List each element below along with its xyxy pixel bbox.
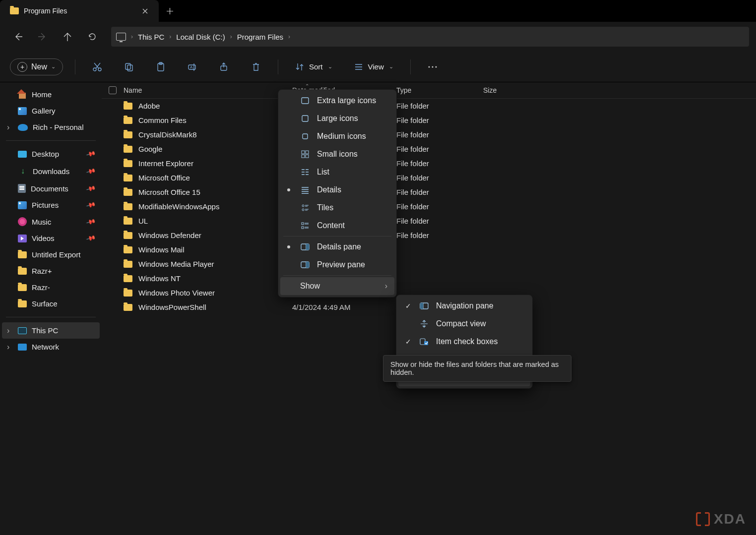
chevron-right-icon[interactable]: ›: [288, 33, 290, 40]
menu-label: Content: [317, 221, 345, 230]
folder-row[interactable]: Common FilesFile folder: [102, 113, 756, 127]
separator: [278, 59, 278, 74]
breadcrumb-this-pc[interactable]: This PC: [138, 33, 164, 41]
view-option-medium-icons[interactable]: Medium icons: [280, 127, 394, 145]
sidebar-item-razr-[interactable]: Razr-: [2, 279, 100, 296]
svg-point-10: [432, 66, 433, 67]
svg-rect-15: [302, 151, 305, 154]
view-option-content[interactable]: Content: [280, 217, 394, 235]
view-option-large-icons[interactable]: Large icons: [280, 110, 394, 127]
menu-label: Compact view: [436, 319, 486, 328]
folder-row[interactable]: AdobeFile folder: [102, 99, 756, 113]
sidebar-item-pictures[interactable]: Pictures📌: [2, 197, 100, 213]
md-icon: [300, 133, 310, 140]
view-option-tiles[interactable]: Tiles: [280, 199, 394, 217]
folder-icon: [124, 103, 132, 110]
breadcrumb-program-files[interactable]: Program Files: [237, 33, 283, 41]
chevron-right-icon[interactable]: ›: [169, 33, 171, 40]
folder-icon: [124, 146, 132, 153]
up-button[interactable]: [57, 26, 78, 48]
column-type[interactable]: Type: [396, 86, 483, 94]
view-pane-preview-pane[interactable]: Preview pane: [280, 256, 394, 274]
fold-icon: [18, 300, 27, 307]
address-bar[interactable]: › This PC › Local Disk (C:) › Program Fi…: [111, 27, 749, 47]
more-button[interactable]: [423, 57, 442, 77]
sidebar-item-documents[interactable]: Documents📌: [2, 180, 100, 197]
column-size[interactable]: Size: [483, 86, 749, 94]
folder-icon: [124, 175, 132, 181]
new-button[interactable]: + New ⌄: [10, 59, 63, 75]
folder-row[interactable]: Internet ExplorerFile folder: [102, 156, 756, 171]
chevron-right-icon[interactable]: ›: [230, 33, 232, 40]
sidebar-item-rich-personal[interactable]: Rich - Personal: [2, 119, 100, 135]
folder-row[interactable]: Microsoft Office 15File folder: [102, 185, 756, 199]
view-option-extra-large-icons[interactable]: Extra large icons: [280, 92, 394, 110]
sidebar-item-this-pc[interactable]: This PC: [2, 322, 100, 339]
sidebar-item-surface[interactable]: Surface: [2, 296, 100, 312]
folder-row[interactable]: CrystalDiskMark8File folder: [102, 127, 756, 142]
net-icon: [18, 344, 27, 351]
paste-button[interactable]: [151, 57, 171, 77]
list-icon: [300, 168, 310, 176]
menu-label: Tiles: [317, 203, 333, 212]
sidebar-item-label: Rich - Personal: [33, 123, 84, 131]
folder-type: File folder: [396, 145, 483, 153]
view-show-submenu[interactable]: Show›: [280, 277, 394, 295]
sidebar-item-untitled-export[interactable]: Untitled Export: [2, 246, 100, 263]
view-option-list[interactable]: List: [280, 163, 394, 181]
cut-button[interactable]: [87, 57, 107, 77]
gallery-icon: [18, 107, 27, 115]
chevron-right-icon[interactable]: ›: [131, 33, 133, 40]
sidebar-item-label: Razr+: [32, 267, 52, 275]
folder-row[interactable]: Windows DefenderFile folder: [102, 228, 756, 242]
folder-name: Microsoft Office: [138, 174, 190, 182]
new-tab-button[interactable]: [159, 0, 181, 22]
folder-row[interactable]: GoogleFile folder: [102, 142, 756, 156]
breadcrumb-local-disk[interactable]: Local Disk (C:): [176, 33, 225, 41]
svg-rect-3: [127, 65, 132, 71]
show-option-compact-view[interactable]: Compact view: [398, 315, 530, 333]
doc-icon: [18, 184, 26, 193]
delete-button[interactable]: [246, 57, 266, 77]
show-option-navigation-pane[interactable]: ✓Navigation pane: [398, 297, 530, 315]
view-button[interactable]: View ⌄: [349, 59, 398, 74]
sidebar-item-home[interactable]: Home: [2, 86, 100, 103]
sidebar-item-gallery[interactable]: Gallery: [2, 103, 100, 119]
menu-label: Item check boxes: [436, 337, 498, 346]
rename-button[interactable]: A: [183, 57, 202, 77]
select-all-checkbox[interactable]: [109, 86, 117, 94]
folder-name: UL: [138, 217, 148, 225]
copy-button[interactable]: [119, 57, 139, 77]
share-button[interactable]: [214, 57, 234, 77]
folder-row[interactable]: ModifiableWindowsAppsFile folder: [102, 199, 756, 214]
folder-row[interactable]: Microsoft OfficeFile folder: [102, 171, 756, 185]
tab-program-files[interactable]: Program Files: [0, 0, 159, 22]
sidebar-item-downloads[interactable]: ↓Downloads📌: [2, 162, 100, 180]
sort-button[interactable]: Sort ⌄: [290, 59, 337, 74]
back-button[interactable]: [7, 26, 29, 48]
view-option-details[interactable]: Details: [280, 181, 394, 199]
svg-point-19: [302, 205, 304, 207]
view-pane-details-pane[interactable]: Details pane: [280, 238, 394, 256]
pane-icon: [300, 261, 310, 268]
folder-name: Internet Explorer: [138, 159, 193, 168]
column-name[interactable]: Name ⌃: [109, 86, 292, 94]
sidebar-item-music[interactable]: Music📌: [2, 213, 100, 230]
close-tab-button[interactable]: [141, 7, 149, 15]
sidebar-item-label: Documents: [31, 184, 68, 193]
sidebar-item-razr-[interactable]: Razr+: [2, 263, 100, 279]
forward-button[interactable]: [32, 26, 54, 48]
refresh-button[interactable]: [81, 26, 103, 48]
sidebar-item-network[interactable]: Network: [2, 339, 100, 355]
folder-row[interactable]: Windows NT4/1/2024 5:18 AM: [102, 271, 756, 286]
sidebar-item-desktop[interactable]: Desktop📌: [2, 146, 100, 162]
folder-row[interactable]: Windows Media Player6/19/2024 5:45 PM: [102, 257, 756, 271]
folder-name: CrystalDiskMark8: [138, 130, 197, 139]
folder-row[interactable]: Windows Mail: [102, 242, 756, 257]
folder-row[interactable]: ULFile folder: [102, 214, 756, 228]
svg-point-11: [435, 66, 437, 67]
show-option-item-check-boxes[interactable]: ✓Item check boxes: [398, 333, 530, 351]
view-option-small-icons[interactable]: Small icons: [280, 145, 394, 163]
download-icon: ↓: [18, 166, 28, 176]
sidebar-item-videos[interactable]: Videos📌: [2, 230, 100, 246]
